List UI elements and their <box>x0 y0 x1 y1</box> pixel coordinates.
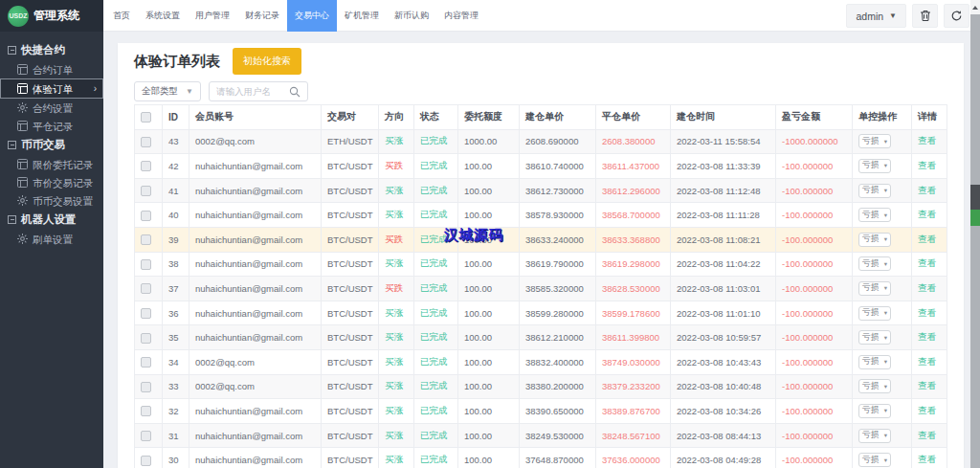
control-select[interactable]: 亏损▾ <box>858 256 891 271</box>
row-checkbox[interactable] <box>141 137 151 147</box>
row-checkbox[interactable] <box>141 382 151 392</box>
cell-pnl: -100.000000 <box>776 178 853 203</box>
cell-pair: BTC/USDT <box>322 423 379 448</box>
nav-item-4[interactable]: 交易中心 <box>287 0 337 32</box>
sidebar: USDZ 管理系统 快捷合约合约订单体验订单›合约设置平仓记录币币交易限价委托记… <box>0 0 103 468</box>
nav-item-3[interactable]: 财务记录 <box>237 0 287 32</box>
detail-link[interactable]: 查看 <box>918 307 936 318</box>
control-select[interactable]: 亏损▾ <box>858 134 891 148</box>
cell-direction: 买跌 <box>379 227 414 252</box>
username-input[interactable] <box>216 86 287 97</box>
control-select[interactable]: 亏损▾ <box>858 208 891 222</box>
row-checkbox[interactable] <box>141 234 151 245</box>
row-checkbox[interactable] <box>141 186 151 196</box>
sidebar-item[interactable]: 合约设置 <box>0 99 103 117</box>
control-select[interactable]: 亏损▾ <box>858 429 891 443</box>
user-menu-button[interactable]: admin ▼ <box>846 4 906 28</box>
detail-link[interactable]: 查看 <box>918 430 936 440</box>
row-checkbox[interactable] <box>141 259 151 270</box>
row-checkbox[interactable] <box>141 283 151 294</box>
table-row: 430002@qq.comETH/USDT买涨已完成1000.002608.69… <box>135 129 947 154</box>
cell-pnl: -100.000000 <box>776 227 853 252</box>
list-icon <box>17 121 28 131</box>
cell-pnl: -100.000000 <box>776 423 853 448</box>
cell-direction: 买跌 <box>379 277 414 301</box>
username-search[interactable] <box>209 81 308 101</box>
init-search-button[interactable]: 初始化搜索 <box>233 48 301 75</box>
table-row: 330002@qq.comBTC/USDT买涨已完成100.0038380.20… <box>135 374 947 399</box>
control-select[interactable]: 亏损▾ <box>858 330 891 345</box>
cell-pair: BTC/USDT <box>322 325 379 350</box>
cell-account: nuhaichuntian@gmail.com <box>189 448 322 468</box>
control-select[interactable]: 亏损▾ <box>858 355 891 369</box>
sidebar-menu: 快捷合约合约订单体验订单›合约设置平仓记录币币交易限价委托记录市价交易记录币币交… <box>0 32 103 248</box>
select-all-checkbox[interactable] <box>141 112 151 123</box>
sidebar-item-label: 合约设置 <box>33 102 73 114</box>
control-select[interactable]: 亏损▾ <box>858 159 891 173</box>
control-select[interactable]: 亏损▾ <box>858 233 891 247</box>
control-select[interactable]: 亏损▾ <box>858 379 891 393</box>
detail-link[interactable]: 查看 <box>918 257 936 268</box>
refresh-button[interactable] <box>944 4 969 28</box>
nav-item-7[interactable]: 内容管理 <box>436 0 486 32</box>
nav-item-6[interactable]: 新币认购 <box>387 0 436 32</box>
list-icon <box>17 177 28 188</box>
detail-link[interactable]: 查看 <box>918 331 936 342</box>
cell-pnl: -100.000000 <box>776 252 853 277</box>
control-select[interactable]: 亏损▾ <box>858 404 891 418</box>
sidebar-item[interactable]: 限价委托记录 <box>0 155 103 173</box>
cell-amount: 1000.00 <box>458 129 520 154</box>
cell-open-time: 2022-03-08 10:34:26 <box>671 399 776 424</box>
control-select[interactable]: 亏损▾ <box>858 184 891 198</box>
cell-id: 41 <box>163 178 189 203</box>
row-checkbox[interactable] <box>141 431 151 441</box>
control-select[interactable]: 亏损▾ <box>858 306 891 321</box>
cell-open-price: 38612.730000 <box>520 178 596 203</box>
scroll-up-arrow[interactable] <box>970 0 980 14</box>
detail-link[interactable]: 查看 <box>918 356 936 367</box>
cell-amount: 100.00 <box>458 301 520 325</box>
sidebar-item[interactable]: 币币交易设置 <box>0 191 103 210</box>
detail-link[interactable]: 查看 <box>918 234 936 244</box>
row-checkbox[interactable] <box>141 211 151 221</box>
nav-item-2[interactable]: 用户管理 <box>188 0 237 32</box>
nav-item-0[interactable]: 首页 <box>105 0 138 32</box>
detail-link[interactable]: 查看 <box>918 135 936 145</box>
sidebar-item[interactable]: 体验订单› <box>0 78 103 99</box>
vertical-scrollbar[interactable] <box>970 0 980 468</box>
cell-open-time: 2022-03-08 10:43:43 <box>671 349 776 374</box>
sidebar-item[interactable]: 市价交易记录 <box>0 173 103 191</box>
nav-item-1[interactable]: 系统设置 <box>138 0 188 32</box>
sidebar-item[interactable]: 平仓记录 <box>0 117 103 135</box>
detail-link[interactable]: 查看 <box>918 380 936 390</box>
detail-link[interactable]: 查看 <box>918 160 936 170</box>
nav-item-5[interactable]: 矿机管理 <box>337 0 387 32</box>
cell-pnl: -1000.000000 <box>776 129 853 154</box>
detail-link[interactable]: 查看 <box>918 209 936 219</box>
sidebar-item[interactable]: 刷单设置 <box>0 230 103 248</box>
row-checkbox[interactable] <box>141 333 151 344</box>
row-checkbox[interactable] <box>141 357 151 368</box>
detail-link[interactable]: 查看 <box>918 405 936 415</box>
row-checkbox[interactable] <box>141 456 151 466</box>
detail-link[interactable]: 查看 <box>918 454 936 464</box>
cell-pnl: -100.000000 <box>776 374 853 399</box>
type-select[interactable]: 全部类型 ▼ <box>134 81 201 101</box>
table-row: 39nuhaichuntian@gmail.comBTC/USDT买跌已完成10… <box>135 227 947 252</box>
detail-link[interactable]: 查看 <box>918 282 936 293</box>
sidebar-section-1[interactable]: 币币交易 <box>0 135 103 155</box>
row-checkbox[interactable] <box>141 161 151 171</box>
control-select[interactable]: 亏损▾ <box>858 453 891 467</box>
detail-link[interactable]: 查看 <box>918 185 936 195</box>
scrollbar-thumb[interactable] <box>970 185 980 210</box>
cell-pnl: -100.000000 <box>776 203 853 228</box>
sidebar-section-2[interactable]: 机器人设置 <box>0 210 103 230</box>
row-checkbox[interactable] <box>141 308 151 319</box>
cell-pair: BTC/USDT <box>322 448 379 468</box>
cell-pnl: -100.000000 <box>776 399 853 424</box>
row-checkbox[interactable] <box>141 406 151 416</box>
trash-button[interactable] <box>912 4 938 28</box>
control-select[interactable]: 亏损▾ <box>858 281 891 296</box>
sidebar-item[interactable]: 合约订单 <box>0 60 103 78</box>
sidebar-section-0[interactable]: 快捷合约 <box>0 40 103 60</box>
